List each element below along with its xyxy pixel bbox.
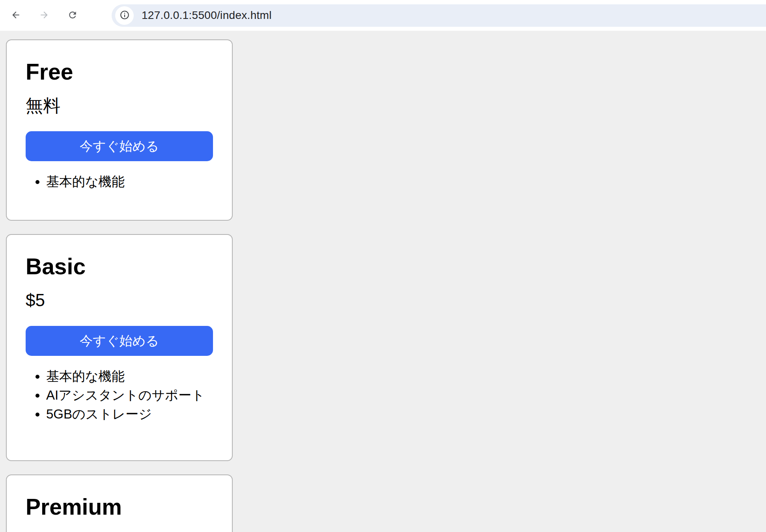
reload-icon [67,10,78,21]
back-button[interactable] [11,10,21,20]
plan-price: $5 [26,290,213,311]
pricing-card-free: Free 無料 今すぐ始める 基本的な機能 [6,39,233,221]
feature-item: 5GBのストレージ [46,405,213,424]
plan-price: 無料 [26,95,213,116]
back-arrow-icon [11,10,21,21]
forward-arrow-icon [39,10,49,21]
pricing-card-premium: Premium [6,474,233,532]
reload-button[interactable] [67,10,78,20]
feature-item: 基本的な機能 [46,172,213,191]
info-icon [120,10,130,21]
plan-name: Premium [26,493,213,520]
feature-item: 基本的な機能 [46,367,213,386]
feature-item: AIアシスタントのサポート [46,386,213,405]
address-bar[interactable]: 127.0.0.1:5500/index.html [112,4,766,27]
pricing-cards: Free 無料 今すぐ始める 基本的な機能 Basic $5 今すぐ始める 基本… [6,39,233,532]
feature-list: 基本的な機能 [26,172,213,191]
site-info-button[interactable] [115,6,134,25]
browser-toolbar: 127.0.0.1:5500/index.html [0,0,766,31]
start-now-button[interactable]: 今すぐ始める [26,326,213,356]
start-now-button[interactable]: 今すぐ始める [26,131,213,161]
forward-button [39,10,49,20]
plan-name: Basic [26,253,213,280]
pricing-card-basic: Basic $5 今すぐ始める 基本的な機能 AIアシスタントのサポート 5GB… [6,234,233,461]
plan-name: Free [26,58,213,85]
feature-list: 基本的な機能 AIアシスタントのサポート 5GBのストレージ [26,367,213,424]
url-text[interactable]: 127.0.0.1:5500/index.html [142,9,272,22]
